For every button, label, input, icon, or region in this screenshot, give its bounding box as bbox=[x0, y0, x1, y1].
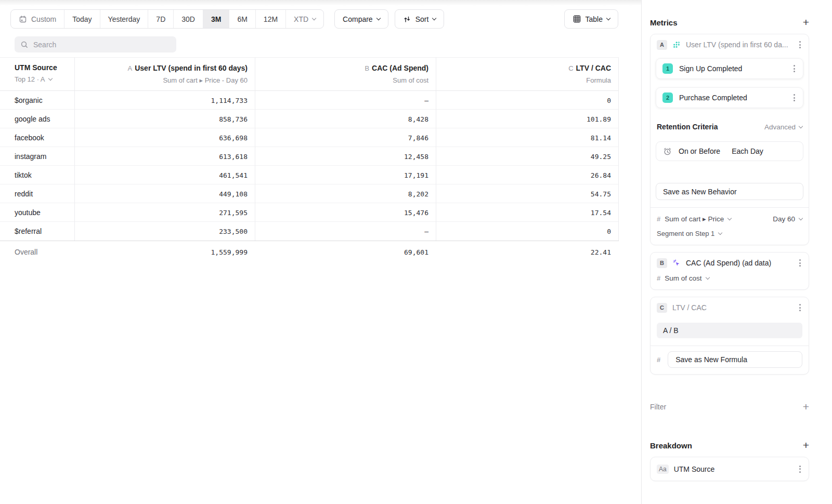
table-grid-icon bbox=[573, 15, 581, 23]
date-range-30d[interactable]: 30D bbox=[173, 10, 203, 28]
measure-dropdown[interactable]: # Sum of cart ▸ Price bbox=[657, 215, 731, 223]
add-metric-button[interactable]: + bbox=[803, 18, 809, 27]
overall-row: Overall 1,559,999 69,601 22.41 bbox=[0, 241, 619, 263]
kebab-menu-icon[interactable] bbox=[792, 63, 797, 74]
breakdown-utm-source-card[interactable]: Aa UTM Source bbox=[650, 457, 809, 481]
filter-header: Filter + bbox=[650, 402, 809, 412]
search-box bbox=[15, 36, 176, 52]
formula-input[interactable]: A / B bbox=[657, 323, 802, 338]
column-header-metric-b[interactable]: BCAC (Ad Spend) Sum of cost bbox=[255, 58, 436, 90]
chevron-down-icon bbox=[48, 76, 52, 81]
chevron-down-icon bbox=[799, 216, 803, 220]
kebab-menu-icon[interactable] bbox=[798, 39, 802, 50]
date-range-12m[interactable]: 12M bbox=[255, 10, 285, 28]
date-range-3m[interactable]: 3M bbox=[203, 10, 229, 28]
metrics-title: Metrics bbox=[650, 18, 678, 27]
table-body: $organic 1,114,733 – 0 google ads 858,73… bbox=[0, 91, 619, 241]
chevron-down-icon bbox=[718, 231, 722, 235]
date-range-today[interactable]: Today bbox=[64, 10, 99, 28]
chevron-down-icon bbox=[432, 16, 436, 20]
step-number-badge: 2 bbox=[662, 92, 673, 103]
metric-a-footer: # Sum of cart ▸ Price Day 60 Segment on … bbox=[651, 208, 809, 245]
segment-on-step-dropdown[interactable]: Segment on Step 1 bbox=[657, 230, 802, 237]
ad-click-icon bbox=[672, 259, 681, 267]
chevron-down-icon bbox=[376, 16, 380, 20]
metrics-header: Metrics + bbox=[650, 18, 809, 27]
top-n-dropdown[interactable]: Top 12 · A bbox=[15, 75, 67, 83]
kebab-menu-icon[interactable] bbox=[798, 258, 802, 268]
kebab-menu-icon[interactable] bbox=[798, 464, 802, 474]
table-row: youtube 271,595 15,476 17.54 bbox=[0, 203, 618, 222]
view-table-button[interactable]: Table bbox=[564, 9, 618, 29]
date-range-yesterday[interactable]: Yesterday bbox=[100, 10, 148, 28]
table-row: reddit 449,108 8,202 54.75 bbox=[0, 184, 618, 203]
column-header-metric-a[interactable]: AUser LTV (spend in first 60 days) Sum o… bbox=[74, 58, 255, 90]
save-as-new-behavior-button[interactable]: Save as New Behavior bbox=[656, 183, 803, 200]
add-filter-button[interactable]: + bbox=[803, 402, 809, 412]
save-as-new-formula-button[interactable]: Save as New Formula bbox=[668, 351, 802, 368]
kebab-menu-icon[interactable] bbox=[792, 92, 797, 103]
chevron-down-icon bbox=[799, 124, 803, 128]
add-breakdown-button[interactable]: + bbox=[803, 441, 809, 450]
search-icon bbox=[20, 41, 29, 49]
metric-c-title: LTV / CAC bbox=[672, 303, 792, 312]
metric-c-card: C LTV / CAC A / B # Save as New Formula bbox=[650, 297, 809, 375]
step-1-card[interactable]: 1 Sign Up Completed bbox=[656, 58, 803, 79]
retention-mode-dropdown[interactable]: Advanced bbox=[764, 123, 802, 131]
table-row: $organic 1,114,733 – 0 bbox=[0, 91, 618, 110]
main-panel: Custom Today Yesterday 7D 30D 3M 6M 12M … bbox=[0, 0, 641, 504]
date-range-custom[interactable]: Custom bbox=[11, 10, 64, 28]
toolbar: Custom Today Yesterday 7D 30D 3M 6M 12M … bbox=[10, 9, 618, 29]
alarm-clock-icon bbox=[663, 147, 672, 156]
kebab-menu-icon[interactable] bbox=[798, 302, 802, 313]
metric-c-header[interactable]: C LTV / CAC bbox=[651, 297, 809, 318]
breakdown-header: Breakdown + bbox=[650, 441, 809, 450]
search-input[interactable] bbox=[33, 41, 171, 49]
retention-criteria-card[interactable]: On or Before Each Day bbox=[656, 141, 803, 161]
chevron-down-icon bbox=[606, 16, 610, 20]
chevron-down-icon bbox=[705, 275, 709, 280]
sort-button[interactable]: Sort bbox=[395, 9, 445, 29]
number-type-icon: # bbox=[657, 356, 660, 364]
date-range-label: Custom bbox=[31, 15, 56, 23]
step-number-badge: 1 bbox=[662, 63, 673, 74]
date-range-segmented-control: Custom Today Yesterday 7D 30D 3M 6M 12M … bbox=[10, 9, 324, 29]
metric-a-header[interactable]: A User LTV (spend in first 60 da... bbox=[651, 34, 809, 55]
breakdown-title: Breakdown bbox=[650, 441, 692, 450]
date-range-xtd-dropdown[interactable]: XTD bbox=[285, 10, 323, 28]
calendar-icon bbox=[19, 15, 27, 23]
metric-b-card: B CAC (Ad Spend) (ad data) # Sum of cost bbox=[650, 252, 809, 290]
metric-a-card: A User LTV (spend in first 60 da... 1 Si… bbox=[650, 34, 809, 245]
metric-b-title: CAC (Ad Spend) (ad data) bbox=[686, 259, 792, 267]
number-type-icon: # bbox=[657, 274, 660, 282]
sort-arrows-icon bbox=[403, 15, 411, 23]
table-row: tiktok 461,541 17,191 26.84 bbox=[0, 166, 618, 184]
query-builder-sidebar: Metrics + A User LTV (spend in first 60 … bbox=[641, 0, 832, 504]
top-shadow bbox=[0, 0, 641, 6]
metric-letter-badge: C bbox=[657, 303, 667, 313]
compare-button[interactable]: Compare bbox=[334, 9, 388, 29]
measure-dropdown[interactable]: # Sum of cost bbox=[657, 274, 802, 282]
table-row: $referral 233,500 – 0 bbox=[0, 222, 618, 241]
step-2-card[interactable]: 2 Purchase Completed bbox=[656, 87, 803, 108]
metric-letter-badge: B bbox=[657, 258, 667, 268]
retention-criteria-row: Retention Criteria Advanced bbox=[657, 123, 802, 131]
column-header-utm-source[interactable]: UTM Source Top 12 · A bbox=[0, 58, 74, 90]
results-table: UTM Source Top 12 · A AUser LTV (spend i… bbox=[0, 57, 619, 263]
table-row: facebook 636,698 7,846 81.14 bbox=[0, 128, 618, 147]
metric-letter-badge: A bbox=[657, 40, 667, 50]
column-header-metric-c[interactable]: CLTV / CAC Formula bbox=[436, 58, 618, 90]
behavior-dots-icon bbox=[672, 41, 681, 49]
chevron-down-icon bbox=[312, 16, 316, 20]
chevron-down-icon bbox=[727, 216, 732, 220]
metric-b-header[interactable]: B CAC (Ad Spend) (ad data) bbox=[651, 253, 809, 273]
date-range-7d[interactable]: 7D bbox=[148, 10, 173, 28]
filter-title: Filter bbox=[650, 403, 666, 411]
behavior-steps: 1 Sign Up Completed 2 Purchase Completed bbox=[651, 55, 809, 108]
table-header-row: UTM Source Top 12 · A AUser LTV (spend i… bbox=[0, 58, 619, 91]
date-range-6m[interactable]: 6M bbox=[229, 10, 255, 28]
metric-a-title: User LTV (spend in first 60 da... bbox=[686, 41, 792, 49]
day-window-dropdown[interactable]: Day 60 bbox=[773, 215, 802, 223]
table-row: instagram 613,618 12,458 49.25 bbox=[0, 147, 618, 166]
table-row: google ads 858,736 8,428 101.89 bbox=[0, 110, 618, 128]
